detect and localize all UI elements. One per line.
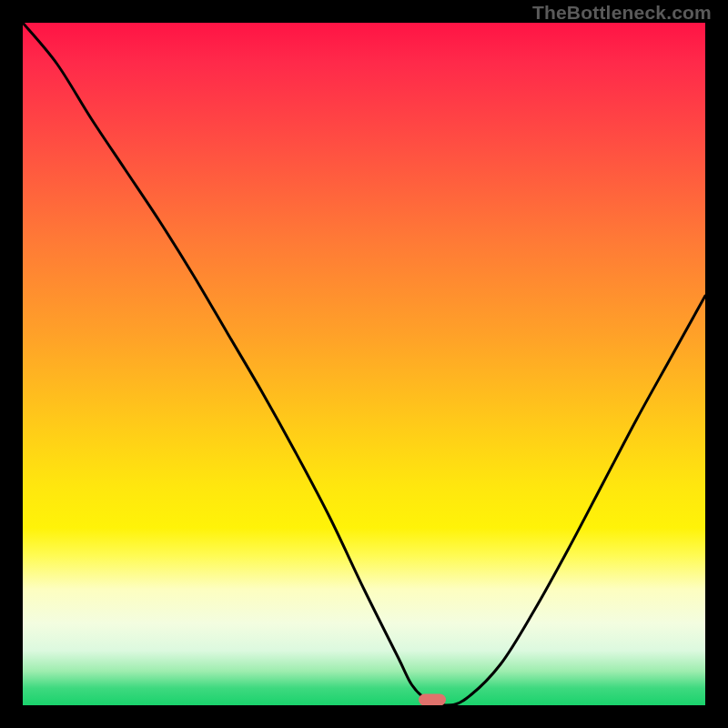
watermark-text: TheBottleneck.com [532,2,712,24]
minimum-marker [419,694,446,706]
bottleneck-curve [23,23,705,705]
plot-area [23,23,705,705]
chart-frame: TheBottleneck.com [0,0,728,728]
